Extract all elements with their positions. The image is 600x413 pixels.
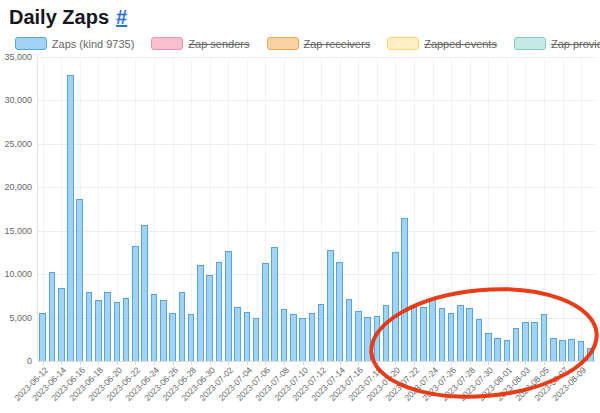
bar-2023-06-15[interactable] bbox=[67, 75, 74, 361]
bar-2023-07-09[interactable] bbox=[290, 314, 297, 361]
bar-2023-07-26[interactable] bbox=[448, 313, 455, 361]
bar-2023-08-06[interactable] bbox=[550, 338, 557, 361]
bar-2023-07-21[interactable] bbox=[401, 218, 408, 361]
bar-2023-07-07[interactable] bbox=[271, 247, 278, 361]
chart-legend: Zaps (kind 9735)Zap sendersZap receivers… bbox=[38, 37, 595, 50]
bar-2023-07-30[interactable] bbox=[485, 333, 492, 361]
bar-2023-08-07[interactable] bbox=[559, 340, 566, 361]
bar-2023-07-22[interactable] bbox=[411, 306, 418, 361]
page-title-text: Daily Zaps bbox=[9, 6, 109, 28]
bar-2023-08-02[interactable] bbox=[513, 328, 520, 361]
legend-item-zap-providers[interactable]: Zap providers bbox=[514, 37, 600, 50]
legend-item-zaps-kind-9735-[interactable]: Zaps (kind 9735) bbox=[15, 37, 135, 50]
x-axis-tick bbox=[395, 361, 396, 365]
x-axis-tick bbox=[135, 361, 136, 365]
page-title: Daily Zaps# bbox=[9, 6, 127, 29]
bar-2023-06-13[interactable] bbox=[49, 272, 56, 361]
x-axis-tick bbox=[358, 361, 359, 365]
bar-2023-07-29[interactable] bbox=[476, 319, 483, 361]
bar-2023-06-22[interactable] bbox=[132, 246, 139, 361]
bar-2023-06-24[interactable] bbox=[151, 294, 158, 361]
bar-2023-06-14[interactable] bbox=[58, 288, 65, 361]
legend-label: Zapped events bbox=[424, 38, 497, 50]
bar-2023-08-08[interactable] bbox=[568, 339, 575, 361]
bar-2023-07-08[interactable] bbox=[281, 309, 288, 361]
bar-2023-07-17[interactable] bbox=[364, 317, 371, 361]
daily-zaps-panel: Daily Zaps# Zaps (kind 9735)Zap sendersZ… bbox=[0, 0, 600, 413]
bar-2023-07-28[interactable] bbox=[466, 308, 473, 361]
bar-2023-07-01[interactable] bbox=[216, 262, 223, 361]
bar-2023-07-31[interactable] bbox=[494, 338, 501, 361]
y-axis-tick-label: 25,000 bbox=[0, 139, 32, 149]
bar-2023-07-06[interactable] bbox=[262, 263, 269, 361]
bar-2023-07-19[interactable] bbox=[383, 305, 390, 361]
bar-2023-06-30[interactable] bbox=[206, 275, 213, 361]
gridline-vertical bbox=[303, 57, 304, 361]
gridline-horizontal bbox=[38, 144, 595, 145]
bar-2023-07-10[interactable] bbox=[299, 318, 306, 361]
bar-2023-06-19[interactable] bbox=[104, 292, 111, 361]
gridline-horizontal bbox=[38, 318, 595, 319]
bar-2023-07-04[interactable] bbox=[244, 312, 251, 362]
bar-2023-08-03[interactable] bbox=[522, 322, 529, 361]
bar-2023-06-21[interactable] bbox=[123, 298, 130, 361]
y-axis-tick-label: 20,000 bbox=[0, 182, 32, 192]
bar-2023-07-23[interactable] bbox=[420, 307, 427, 361]
legend-swatch bbox=[514, 37, 546, 50]
bar-2023-07-12[interactable] bbox=[318, 304, 325, 361]
gridline-horizontal bbox=[38, 274, 595, 275]
bar-2023-07-25[interactable] bbox=[439, 308, 446, 361]
bar-2023-07-02[interactable] bbox=[225, 251, 232, 361]
bar-2023-07-24[interactable] bbox=[429, 299, 436, 361]
bar-2023-07-05[interactable] bbox=[253, 318, 260, 361]
bar-2023-07-13[interactable] bbox=[327, 250, 334, 361]
gridline-vertical bbox=[525, 57, 526, 361]
gridline-horizontal bbox=[38, 100, 595, 101]
x-axis-tick bbox=[265, 361, 266, 365]
gridline-vertical bbox=[563, 57, 564, 361]
bar-2023-06-18[interactable] bbox=[95, 300, 102, 361]
bar-2023-07-20[interactable] bbox=[392, 252, 399, 361]
gridline-horizontal bbox=[38, 187, 595, 188]
bar-2023-07-18[interactable] bbox=[374, 316, 381, 361]
bar-2023-08-01[interactable] bbox=[504, 340, 511, 361]
bar-2023-08-05[interactable] bbox=[541, 314, 548, 361]
legend-item-zapped-events[interactable]: Zapped events bbox=[387, 37, 497, 50]
bar-2023-07-14[interactable] bbox=[336, 262, 343, 361]
gridline-vertical bbox=[581, 57, 582, 361]
y-axis-tick-label: 35,000 bbox=[0, 52, 32, 62]
legend-swatch bbox=[267, 37, 299, 50]
y-axis-tick-label: 0 bbox=[0, 356, 32, 366]
bar-2023-06-12[interactable] bbox=[39, 313, 46, 361]
bar-2023-06-27[interactable] bbox=[179, 292, 186, 361]
bar-2023-06-16[interactable] bbox=[76, 199, 83, 361]
bar-2023-08-09[interactable] bbox=[578, 341, 585, 361]
gridline-horizontal bbox=[38, 231, 595, 232]
legend-item-zap-receivers[interactable]: Zap receivers bbox=[267, 37, 371, 50]
bar-2023-07-11[interactable] bbox=[309, 313, 316, 361]
bar-2023-07-27[interactable] bbox=[457, 305, 464, 361]
legend-label: Zaps (kind 9735) bbox=[52, 38, 135, 50]
anchor-link[interactable]: # bbox=[116, 6, 127, 28]
x-axis-tick bbox=[228, 361, 229, 365]
bar-2023-06-17[interactable] bbox=[86, 292, 93, 361]
gridline-vertical bbox=[488, 57, 489, 361]
legend-item-zap-senders[interactable]: Zap senders bbox=[151, 37, 249, 50]
gridline-vertical bbox=[507, 57, 508, 361]
bar-2023-08-10[interactable] bbox=[587, 348, 594, 361]
legend-swatch bbox=[15, 37, 47, 50]
bar-2023-06-28[interactable] bbox=[188, 314, 195, 361]
bar-2023-06-26[interactable] bbox=[169, 313, 176, 361]
bar-2023-07-03[interactable] bbox=[234, 307, 241, 361]
bar-2023-06-20[interactable] bbox=[114, 302, 121, 361]
bar-2023-07-15[interactable] bbox=[346, 299, 353, 361]
bar-2023-06-23[interactable] bbox=[141, 225, 148, 361]
gridline-horizontal bbox=[38, 361, 595, 362]
legend-swatch bbox=[151, 37, 183, 50]
bar-2023-08-04[interactable] bbox=[531, 322, 538, 361]
bar-2023-06-29[interactable] bbox=[197, 265, 204, 361]
y-axis-tick-label: 10,000 bbox=[0, 269, 32, 279]
chart-plot-area: 05,00010,00015,00020,00025,00030,00035,0… bbox=[38, 57, 595, 361]
bar-2023-06-25[interactable] bbox=[160, 300, 167, 361]
bar-2023-07-16[interactable] bbox=[355, 311, 362, 361]
